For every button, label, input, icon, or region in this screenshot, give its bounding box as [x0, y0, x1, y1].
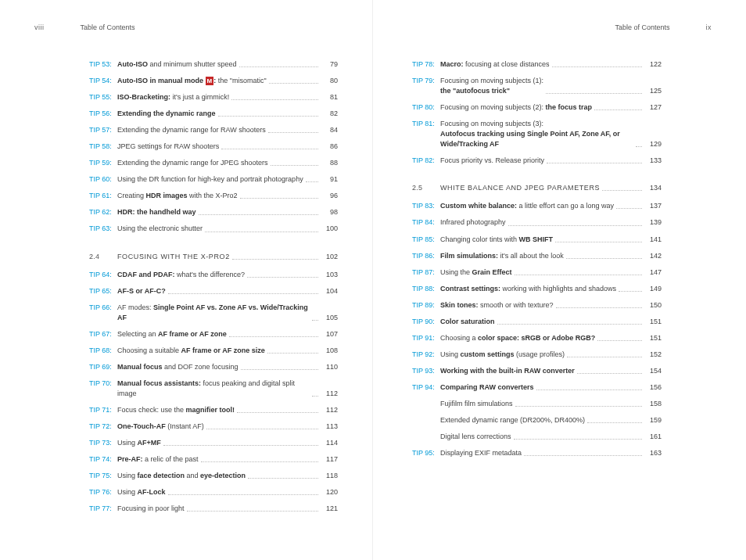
toc-page-number: 112: [321, 389, 338, 399]
leader-dots: [199, 214, 318, 215]
toc-entry-body: Extended dynamic range (DR200%, DR400%)1…: [440, 415, 662, 425]
toc-page-number: 120: [321, 487, 338, 497]
tip-label: TIP 61:: [89, 191, 117, 201]
toc-page-number: 81: [321, 92, 338, 102]
toc-page-number: 139: [644, 217, 662, 228]
toc-page-number: 125: [644, 86, 662, 96]
left-header: viii Table of Contents: [34, 23, 338, 31]
toc-entry-body: Using custom settings (usage profiles)15…: [440, 350, 662, 360]
toc-entry-body: Changing color tints with WB SHIFT141: [440, 235, 662, 245]
toc-entry: TIP 56:Extending the dynamic range82: [89, 109, 338, 119]
toc-entry-body: FOCUSING WITH THE X-PRO2102: [117, 252, 338, 262]
tip-label: TIP 92:: [412, 350, 440, 360]
toc-entry: TIP 88:Contrast settings: working with h…: [412, 284, 662, 294]
toc-entry-text: Extended dynamic range (DR200%, DR400%): [440, 415, 585, 425]
toc-entry-text: Working with the built-in RAW converter: [440, 366, 575, 376]
right-toc-list: TIP 78:Macro: focusing at close distance…: [412, 59, 662, 458]
leader-dots: [556, 307, 642, 308]
leader-dots: [594, 109, 642, 110]
toc-page-number: 137: [644, 201, 662, 211]
leader-dots: [267, 352, 318, 354]
toc-entry-text: Manual focus and DOF zone focusing: [117, 362, 239, 372]
toc-entry: TIP 92:Using custom settings (usage prof…: [412, 350, 662, 360]
toc-page-number: 122: [644, 59, 662, 70]
left-header-title: Table of Contents: [81, 23, 135, 31]
toc-entry-text: Custom white balance: a little effort ca…: [440, 201, 614, 211]
tip-label: TIP 63:: [89, 224, 117, 234]
toc-entry-body: Using the electronic shutter100: [117, 224, 338, 234]
toc-entry-text: Focusing in poor light: [117, 504, 185, 514]
tip-label: TIP 71:: [89, 405, 117, 415]
toc-page-number: 129: [644, 139, 662, 149]
toc-entry-text: Using custom settings (usage profiles): [440, 350, 565, 360]
tip-label: TIP 69:: [89, 362, 117, 372]
toc-entry-text: Extending the dynamic range: [117, 109, 216, 119]
toc-entry-body: Comparing RAW converters156: [440, 382, 662, 393]
tip-label: TIP 64:: [89, 270, 117, 280]
leader-dots: [237, 411, 318, 413]
toc-page-number: 112: [321, 405, 338, 415]
toc-entry-body: Color saturation151: [440, 317, 662, 327]
toc-page-number: 159: [644, 415, 662, 425]
toc-entry: Digital lens corrections161: [412, 432, 662, 442]
tip-label: TIP 67:: [89, 329, 117, 339]
toc-page-number: 151: [644, 317, 662, 327]
toc-page-number: 121: [321, 504, 338, 514]
tip-label: TIP 60:: [89, 174, 117, 185]
tip-label: TIP 86:: [412, 251, 440, 261]
tip-label: TIP 95:: [412, 448, 440, 458]
toc-page-number: 82: [321, 109, 338, 119]
toc-entry: TIP 95:Displaying EXIF metadata163: [412, 448, 662, 458]
left-page-number: viii: [34, 23, 45, 31]
toc-entry-body: Extending the dynamic range for JPEG sho…: [117, 158, 338, 168]
toc-entry-text: Focusing on moving subjects (3):Autofocu…: [440, 119, 633, 149]
right-page-number: ix: [706, 23, 712, 31]
left-toc-list: TIP 53:Auto-ISO and minimum shutter spee…: [89, 59, 338, 514]
tip-label: TIP 91:: [412, 333, 440, 343]
toc-entry-text: AF-S or AF-C?: [117, 286, 166, 296]
toc-entry: Fujifilm film simulations158: [412, 399, 662, 409]
toc-entry-body: Extending the dynamic range82: [117, 109, 338, 119]
tip-label: TIP 73:: [89, 438, 117, 448]
toc-page-number: 88: [321, 158, 338, 168]
toc-entry-body: Auto-ISO and minimum shutter speed79: [117, 59, 338, 70]
toc-entry-body: Focus priority vs. Release priority133: [440, 156, 662, 166]
leader-dots: [636, 145, 642, 147]
toc-page-number: 103: [321, 270, 338, 280]
tip-label: TIP 76:: [89, 487, 117, 497]
leader-dots: [218, 115, 318, 117]
leader-dots: [497, 323, 642, 325]
toc-section-row: 2.4FOCUSING WITH THE X-PRO2102: [89, 252, 338, 262]
toc-entry-body: Creating HDR images with the X-Pro296: [117, 191, 338, 201]
leader-dots: [552, 66, 642, 67]
toc-entry: TIP 94:Comparing RAW converters156: [412, 382, 662, 393]
toc-entry: TIP 84:Infrared photography139: [412, 217, 662, 228]
leader-dots: [205, 231, 318, 232]
toc-entry-body: Extending the dynamic range for RAW shoo…: [117, 125, 338, 135]
leader-dots: [567, 356, 642, 357]
toc-page-number: 127: [644, 102, 662, 113]
tip-label: TIP 65:: [89, 286, 117, 296]
leader-dots: [566, 257, 642, 259]
toc-page-number: 150: [644, 300, 662, 311]
toc-entry-text: Extending the dynamic range for JPEG sho…: [117, 158, 268, 168]
leader-dots: [231, 99, 318, 100]
toc-entry: TIP 80:Focusing on moving subjects (2): …: [412, 102, 662, 113]
toc-page-number: 151: [644, 333, 662, 343]
toc-entry: TIP 55:ISO-Bracketing: it's just a gimmi…: [89, 92, 338, 102]
toc-entry-body: Focusing on moving subjects (1):the "aut…: [440, 76, 662, 96]
toc-entry-text: Focusing on moving subjects (2): the foc…: [440, 102, 592, 113]
toc-page-number: 105: [321, 313, 338, 323]
toc-page-number: 84: [321, 125, 338, 135]
tip-label: TIP 53:: [89, 59, 117, 70]
leader-dots: [271, 164, 318, 166]
section-title: WHITE BALANCE AND JPEG PARAMETERS: [440, 183, 600, 193]
toc-page-number: 161: [644, 432, 662, 442]
leader-dots: [221, 148, 318, 149]
toc-entry-body: Focus check: use the magnifier tool!112: [117, 405, 338, 415]
leader-dots: [232, 258, 318, 260]
toc-page-number: 154: [644, 366, 662, 376]
tip-label: TIP 55:: [89, 92, 117, 102]
toc-entry-text: Choosing a color space: sRGB or Adobe RG…: [440, 333, 595, 343]
toc-entry: TIP 86:Film simulations: it's all about …: [412, 251, 662, 261]
